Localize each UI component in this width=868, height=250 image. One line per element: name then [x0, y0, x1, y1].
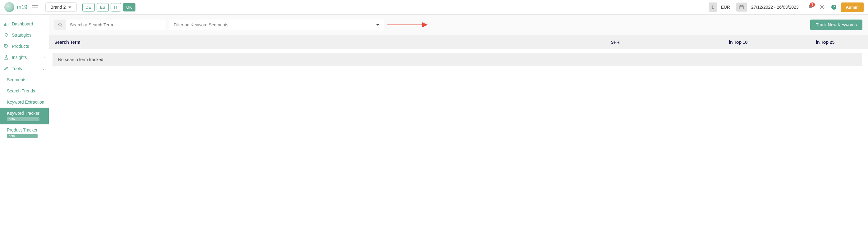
svg-point-6 — [59, 23, 62, 26]
sidebar-label: Insights — [12, 55, 27, 60]
caret-down-icon — [376, 24, 379, 26]
beta-badge: beta — [7, 117, 39, 121]
sidebar-label: Keyword Extraction — [7, 100, 44, 105]
currency-selector[interactable]: € EUR — [709, 2, 734, 12]
sidebar-item-insights[interactable]: Insights ‹ — [0, 52, 49, 63]
sidebar-label: Keyword Tracker — [7, 111, 39, 116]
sidebar-item-products[interactable]: Products — [0, 41, 49, 52]
sidebar-item-segments[interactable]: Segments — [0, 74, 49, 85]
sidebar: Dashboard Strategies Products Insights ‹… — [0, 14, 49, 145]
currency-symbol: € — [709, 2, 717, 12]
svg-rect-0 — [740, 6, 743, 9]
main-content: Filter on Keyword Segments Track New Key… — [49, 14, 868, 145]
locale-button-es[interactable]: ES — [97, 3, 109, 11]
track-new-keywords-button[interactable]: Track New Keywords — [810, 20, 862, 30]
chevron-left-icon: ‹ — [44, 56, 45, 59]
sidebar-item-strategies[interactable]: Strategies — [0, 30, 49, 41]
empty-state-message: No search term tracked — [53, 53, 862, 66]
chevron-down-icon: ⌄ — [42, 67, 45, 71]
svg-point-4 — [5, 34, 7, 36]
search-icon — [54, 20, 66, 30]
hamburger-icon — [32, 5, 38, 9]
caret-down-icon — [68, 6, 71, 8]
notifications-button[interactable]: 3 — [806, 2, 815, 12]
toolbar: Filter on Keyword Segments Track New Key… — [49, 14, 868, 35]
wrench-icon — [4, 66, 9, 71]
gear-icon — [819, 4, 825, 10]
locale-button-de[interactable]: DE — [82, 3, 95, 11]
sidebar-label: Products — [12, 44, 29, 49]
arrow-annotation — [388, 22, 428, 28]
admin-button[interactable]: Admin — [841, 2, 864, 12]
settings-button[interactable] — [817, 2, 827, 12]
sidebar-item-product-tracker[interactable]: Product Tracker beta — [0, 124, 49, 141]
sidebar-label: Product Tracker — [7, 128, 38, 133]
sidebar-label: Search Trends — [7, 88, 35, 93]
svg-point-5 — [5, 45, 6, 46]
menu-toggle-button[interactable] — [30, 3, 40, 11]
search-input[interactable] — [66, 20, 165, 30]
column-header-top10[interactable]: in Top 10 — [729, 40, 816, 45]
filter-segments-select[interactable]: Filter on Keyword Segments — [169, 20, 384, 30]
sidebar-item-dashboard[interactable]: Dashboard — [0, 18, 49, 30]
bulb-icon — [4, 33, 9, 37]
date-range-picker[interactable]: 27/12/2022 - 26/03/2023 — [736, 2, 803, 12]
filter-placeholder: Filter on Keyword Segments — [174, 22, 228, 27]
sidebar-label: Tools — [12, 66, 22, 71]
column-header-top25[interactable]: in Top 25 — [816, 40, 862, 45]
brand-selector[interactable]: Brand 2 — [45, 2, 77, 12]
sidebar-item-search-trends[interactable]: Search Trends — [0, 85, 49, 97]
flask-icon — [4, 55, 9, 60]
locale-button-uk[interactable]: UK — [123, 3, 135, 11]
bar-chart-icon — [4, 22, 9, 26]
header-right: € EUR 27/12/2022 - 26/03/2023 3 ? Admin — [709, 2, 864, 12]
sidebar-item-keyword-tracker[interactable]: Keyword Tracker beta — [0, 108, 49, 124]
sidebar-item-keyword-extraction[interactable]: Keyword Extraction — [0, 97, 49, 108]
sidebar-item-tools[interactable]: Tools ⌄ — [0, 63, 49, 74]
brand-selector-label: Brand 2 — [51, 5, 66, 10]
top-header: m19 Brand 2 DE ES IT UK € EUR 27/12/2022… — [0, 0, 868, 14]
help-button[interactable]: ? — [829, 2, 838, 12]
svg-text:?: ? — [833, 5, 835, 9]
sidebar-label: Strategies — [12, 33, 31, 38]
sidebar-label: Segments — [7, 77, 26, 82]
help-icon: ? — [831, 4, 837, 10]
beta-badge: beta — [7, 134, 38, 138]
logo[interactable]: m19 — [4, 2, 27, 12]
logo-icon — [4, 2, 14, 12]
locale-button-it[interactable]: IT — [111, 3, 121, 11]
tag-icon — [4, 44, 9, 48]
svg-point-1 — [821, 6, 823, 8]
currency-code: EUR — [717, 2, 734, 12]
calendar-icon — [736, 3, 747, 11]
date-range-text: 27/12/2022 - 26/03/2023 — [747, 2, 803, 12]
body-layout: Dashboard Strategies Products Insights ‹… — [0, 14, 868, 145]
column-header-search-term[interactable]: Search Term — [54, 40, 611, 45]
column-header-sfr[interactable]: SFR — [611, 40, 729, 45]
sidebar-label: Dashboard — [12, 22, 33, 26]
table-header: Search Term SFR in Top 10 in Top 25 — [49, 35, 868, 49]
locale-button-group: DE ES IT UK — [82, 3, 135, 11]
notification-badge: 3 — [810, 2, 815, 7]
search-wrap — [54, 20, 165, 30]
logo-text: m19 — [17, 4, 27, 10]
